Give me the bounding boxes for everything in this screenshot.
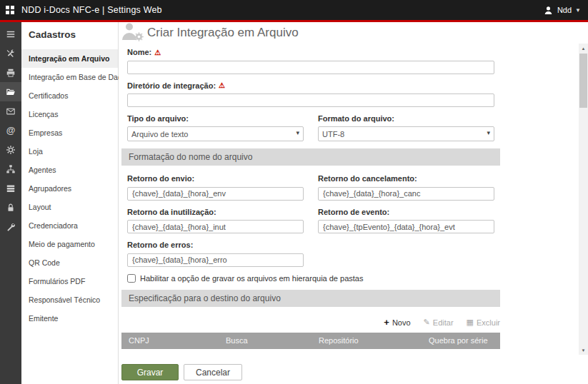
folder-open-icon[interactable] [0, 82, 21, 101]
sidebar-item-licencas[interactable]: Licenças [21, 105, 118, 123]
col-repositorio: Repositório [312, 333, 422, 349]
col-quebra-serie: Quebra por série [422, 333, 500, 349]
tipo-arquivo-label: Tipo do arquivo: [127, 114, 304, 123]
formato-arquivo-select[interactable]: UTF-8 [318, 126, 494, 141]
retorno-inutilizacao-input[interactable] [127, 220, 304, 233]
retorno-erros-label: Retorno de erros: [127, 241, 304, 250]
retorno-evento-label: Retorno de evento: [318, 208, 494, 217]
at-sign-icon[interactable]: @ [0, 121, 21, 140]
sidebar-item-empresas[interactable]: Empresas [21, 123, 118, 142]
diretorio-label: Diretório de integração: ⚠ [127, 81, 579, 91]
plus-icon: + [384, 318, 389, 326]
hierarquia-pastas-label: Habilitar a opção de gravar os arquivos … [140, 274, 363, 283]
app-title: NDD i-Docs NFC-e | Settings Web [21, 5, 162, 15]
retorno-cancelamento-label: Retorno do cancelamento: [318, 174, 494, 183]
page-icon [120, 21, 144, 44]
sidebar-item-emitente[interactable]: Emitente [21, 309, 118, 328]
cancelar-button[interactable]: Cancelar [184, 364, 242, 380]
scrollbar-thumb[interactable] [579, 54, 587, 108]
hierarchy-icon[interactable] [0, 159, 21, 178]
main-content: Criar Integração em Arquivo Nome: ⚠ Dire… [119, 22, 588, 384]
sidebar-item-integracao-arquivo[interactable]: Integração em Arquivo [21, 49, 118, 68]
required-warning-icon: ⚠ [154, 49, 161, 56]
sidebar-item-credenciadora[interactable]: Credenciadora [21, 216, 118, 235]
diretorio-input[interactable] [127, 94, 494, 107]
required-warning-icon: ⚠ [219, 82, 225, 89]
retorno-inutilizacao-label: Retorno da inutilização: [127, 208, 304, 217]
gear-icon[interactable] [0, 140, 21, 159]
sidebar-item-loja[interactable]: Loja [21, 142, 118, 161]
menu-icon[interactable] [0, 24, 21, 44]
destino-toolbar: + Novo ✎ Editar ▦ Excluir [127, 318, 500, 327]
nome-label: Nome: ⚠ [127, 48, 579, 57]
retorno-envio-input[interactable] [127, 187, 304, 201]
apps-grid-icon[interactable] [6, 6, 14, 14]
retorno-erros-input[interactable] [127, 253, 304, 267]
delete-grid-icon: ▦ [467, 318, 474, 326]
sidebar-item-integracao-base-dados[interactable]: Integração em Base de Dados [21, 68, 118, 86]
retorno-evento-input[interactable] [318, 220, 494, 233]
sidebar-title: Cadastros [21, 22, 118, 49]
user-name: Ndd [557, 6, 572, 14]
vertical-scrollbar[interactable]: ▲ ▼ [579, 44, 588, 355]
user-menu[interactable]: Ndd ▼ [543, 5, 581, 16]
form-actions: Gravar Cancelar [121, 364, 242, 380]
mail-icon[interactable] [0, 101, 21, 121]
form-scroll-area: Nome: ⚠ Diretório de integração: ⚠ Tipo … [119, 44, 579, 355]
page-title: Criar Integração em Arquivo [147, 26, 299, 40]
chevron-down-icon: ▼ [575, 7, 581, 14]
icon-rail: @ [0, 22, 21, 384]
sidebar-item-layout[interactable]: Layout [21, 198, 118, 216]
scroll-up-button[interactable]: ▲ [579, 44, 588, 53]
col-busca: Busca [219, 333, 312, 349]
retorno-envio-label: Retorno do envio: [127, 174, 304, 183]
printer-icon[interactable] [0, 63, 21, 82]
formato-arquivo-label: Formato do arquivo: [318, 114, 494, 123]
retorno-cancelamento-input[interactable] [318, 187, 494, 201]
col-cnpj: CNPJ [121, 333, 219, 349]
scroll-down-button[interactable]: ▼ [579, 345, 588, 355]
destino-table-header: CNPJ Busca Repositório Quebra por série [121, 333, 500, 349]
hierarquia-pastas-checkbox[interactable] [127, 274, 136, 283]
lock-icon[interactable] [0, 198, 21, 217]
user-icon [543, 5, 554, 16]
sidebar-item-qr-code[interactable]: QR Code [21, 253, 118, 272]
gravar-button[interactable]: Gravar [121, 364, 179, 380]
pencil-icon: ✎ [424, 318, 430, 326]
topbar: NDD i-Docs NFC-e | Settings Web Ndd ▼ [0, 0, 588, 20]
sidebar-item-agentes[interactable]: Agentes [21, 161, 118, 179]
section-formatacao-header: Formatação do nome do arquivo [121, 148, 500, 166]
sidebar-item-meio-pagamento[interactable]: Meio de pagamento [21, 235, 118, 253]
sidebar-item-agrupadores[interactable]: Agrupadores [21, 179, 118, 198]
list-icon[interactable] [0, 178, 21, 198]
page-header: Criar Integração em Arquivo [119, 22, 588, 44]
sidebar: Cadastros Integração em Arquivo Integraç… [21, 22, 119, 384]
sidebar-item-certificados[interactable]: Certificados [21, 86, 118, 105]
nome-input[interactable] [127, 61, 494, 74]
section-destino-header: Especificação para o destino do arquivo [121, 290, 500, 307]
sidebar-item-responsavel-tecnico[interactable]: Responsável Técnico [21, 290, 118, 309]
tools-icon[interactable] [0, 44, 21, 63]
tipo-arquivo-select[interactable]: Arquivo de texto [127, 126, 304, 141]
editar-button[interactable]: ✎ Editar [424, 318, 454, 327]
wrench-icon[interactable] [0, 217, 21, 236]
novo-button[interactable]: + Novo [384, 318, 410, 327]
sidebar-item-formularios-pdf[interactable]: Formulários PDF [21, 272, 118, 290]
excluir-button[interactable]: ▦ Excluir [467, 318, 500, 327]
